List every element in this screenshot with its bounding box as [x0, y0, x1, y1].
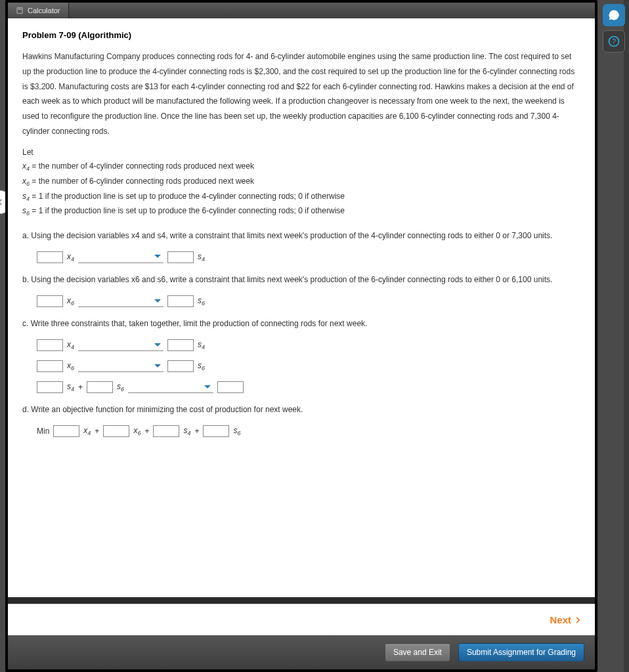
b-coef-x6[interactable]	[37, 295, 63, 307]
c3-coef-s4[interactable]	[37, 381, 63, 393]
row-c2: x6 s6	[37, 360, 580, 372]
def-x4: x4 = the number of 4-cylinder connecting…	[22, 159, 580, 175]
content-area: Problem 7-09 (Algorithmic) Hawkins Manuf…	[8, 18, 595, 597]
def-x6: x6 = the number of 6-cylinder connecting…	[22, 175, 580, 190]
problem-title: Problem 7-09 (Algorithmic)	[22, 30, 580, 40]
row-c3: s4 + s6	[37, 381, 580, 393]
chevron-right-icon	[574, 616, 583, 625]
d-coef-s6[interactable]	[203, 425, 229, 437]
a-coef-s4[interactable]	[167, 251, 194, 263]
question-c: c. Write three constraints that, taken t…	[22, 318, 580, 330]
main-panel: Calculator Problem 7-09 (Algorithmic) Ha…	[5, 0, 597, 672]
next-button[interactable]: Next	[550, 614, 583, 625]
chevron-down-icon	[154, 253, 161, 260]
row-b: x6 s6	[37, 295, 580, 307]
var-s4: s4	[198, 252, 205, 262]
c3-rhs[interactable]	[217, 381, 244, 393]
chat-button[interactable]	[603, 4, 625, 26]
var-s6: s6	[198, 296, 205, 306]
c1-coef-s4[interactable]	[167, 339, 194, 351]
c2-coef-s6[interactable]	[167, 360, 194, 372]
c3-coef-s6[interactable]	[87, 381, 113, 393]
chevron-down-icon	[154, 298, 161, 304]
chevron-left-icon	[0, 198, 5, 207]
d-coef-s4[interactable]	[153, 425, 179, 437]
tab-calculator[interactable]: Calculator	[8, 3, 69, 18]
b-coef-s6[interactable]	[167, 295, 194, 307]
svg-rect-2	[17, 8, 22, 14]
def-s6: s6 = 1 if the production line is set up …	[22, 204, 580, 219]
c3-operator-select[interactable]	[128, 381, 213, 393]
footer-nav: Next	[8, 604, 595, 635]
right-gutter	[624, 0, 629, 672]
row-d: Min x4 + x6 + s4 + s6	[37, 425, 580, 437]
d-coef-x6[interactable]	[103, 425, 129, 437]
chevron-down-icon	[154, 342, 161, 348]
row-c1: x4 s4	[37, 339, 580, 351]
problem-paragraph: Hawkins Manufacturing Company produces c…	[22, 49, 580, 139]
chevron-down-icon	[154, 363, 161, 369]
def-s4: s4 = 1 if the production line is set up …	[22, 190, 580, 205]
c1-coef-x4[interactable]	[37, 339, 63, 351]
help-icon: ?	[607, 35, 620, 48]
svg-rect-3	[18, 9, 22, 10]
a-operator-select[interactable]	[78, 251, 163, 263]
calculator-icon	[16, 7, 24, 14]
row-a: x4 s4	[37, 251, 580, 263]
min-label: Min	[37, 427, 49, 436]
chevron-down-icon	[204, 384, 211, 390]
tab-bar: Calculator	[8, 3, 595, 18]
question-b: b. Using the decision variables x6 and s…	[22, 274, 580, 286]
c2-operator-select[interactable]	[78, 360, 163, 372]
svg-text:?: ?	[612, 37, 616, 45]
submit-button[interactable]: Submit Assignment for Grading	[458, 643, 584, 662]
save-exit-button[interactable]: Save and Exit	[385, 643, 450, 662]
next-label: Next	[550, 614, 571, 625]
var-x4: x4	[67, 252, 74, 262]
let-label: Let	[22, 146, 580, 160]
c1-operator-select[interactable]	[78, 339, 163, 351]
footer-actions: Save and Exit Submit Assignment for Grad…	[8, 635, 595, 669]
question-a: a. Using the decision variables x4 and s…	[22, 230, 580, 242]
var-x6: x6	[67, 296, 74, 306]
d-coef-x4[interactable]	[53, 425, 79, 437]
question-d: d. Write an objective function for minim…	[22, 404, 580, 416]
c2-coef-x6[interactable]	[37, 360, 63, 372]
plus-sign: +	[78, 383, 83, 392]
a-coef-x4[interactable]	[37, 251, 63, 263]
help-button[interactable]: ?	[603, 30, 625, 52]
chat-icon	[607, 9, 620, 22]
tab-label: Calculator	[28, 7, 60, 14]
b-operator-select[interactable]	[78, 295, 163, 307]
